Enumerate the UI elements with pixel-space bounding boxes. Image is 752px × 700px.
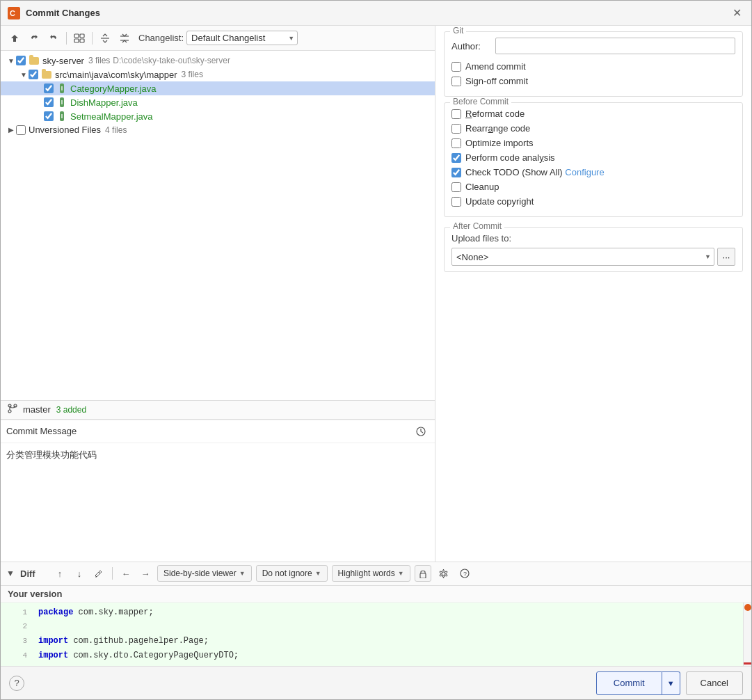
- git-section: Git Author: Amend commit Sign-off commit: [444, 31, 743, 97]
- svg-rect-3: [74, 34, 79, 38]
- signoff-commit-label[interactable]: Sign-off commit: [465, 76, 528, 86]
- cancel-button[interactable]: Cancel: [686, 671, 743, 695]
- highlight-words-dropdown[interactable]: Highlight words ▼: [332, 565, 410, 582]
- check-todo-checkbox[interactable]: [451, 168, 461, 177]
- move-up-button[interactable]: [6, 30, 23, 47]
- upload-row: <None> ···: [451, 248, 735, 266]
- commit-dropdown-button[interactable]: ▼: [662, 671, 680, 695]
- svg-line-15: [99, 572, 100, 573]
- amend-commit-label[interactable]: Amend commit: [465, 61, 526, 72]
- side-by-side-arrow: ▼: [239, 570, 246, 577]
- lock-button[interactable]: [415, 565, 431, 582]
- diff-edit-btn[interactable]: [91, 566, 106, 581]
- changelist-wrapper[interactable]: Default Changelist: [186, 31, 298, 45]
- author-label: Author:: [451, 41, 490, 51]
- skyserver-name: sky-server: [42, 56, 84, 66]
- signoff-commit-checkbox[interactable]: [451, 77, 461, 86]
- update-copyright-label[interactable]: Update copyright: [465, 196, 534, 207]
- rearrange-checkbox[interactable]: [451, 124, 461, 134]
- amend-commit-checkbox[interactable]: [451, 62, 461, 72]
- diff-nav-next[interactable]: →: [138, 566, 153, 581]
- tree-mapper-folder[interactable]: ▼ src\main\java\com\sky\mapper 3 files: [1, 67, 435, 81]
- tree-checkbox-setmealmapper[interactable]: [44, 111, 54, 121]
- upload-select[interactable]: <None>: [451, 248, 714, 266]
- expand-button[interactable]: [97, 30, 113, 47]
- tree-item-categorymapper[interactable]: I CategoryMapper.java: [1, 81, 435, 95]
- app-icon: C: [8, 7, 20, 19]
- commit-button[interactable]: Commit: [596, 671, 662, 695]
- diff-line-1: 1 package com.sky.mapper;: [1, 605, 751, 620]
- close-button[interactable]: ✕: [729, 6, 744, 21]
- rearrange-row: Rearrange code: [451, 123, 735, 134]
- author-row: Author:: [451, 38, 735, 54]
- reformat-checkbox[interactable]: [451, 109, 461, 119]
- tree-arrow-unversioned: ▶: [6, 126, 16, 134]
- line-num-3: 3: [8, 635, 27, 648]
- configure-link[interactable]: Configure: [565, 167, 604, 177]
- tree-checkbox-dishmapper[interactable]: [44, 97, 54, 107]
- code-analysis-checkbox[interactable]: [451, 153, 461, 163]
- side-by-side-viewer-dropdown[interactable]: Side-by-side viewer ▼: [157, 565, 252, 582]
- error-indicator: [744, 604, 751, 611]
- do-not-ignore-dropdown[interactable]: Do not ignore ▼: [256, 565, 328, 582]
- cleanup-checkbox[interactable]: [451, 182, 461, 192]
- branch-icon: [8, 404, 17, 415]
- svg-rect-6: [80, 39, 84, 42]
- upload-dots-button[interactable]: ···: [717, 248, 735, 266]
- commit-message-input[interactable]: 分类管理模块功能代码: [1, 443, 435, 562]
- group-button[interactable]: [71, 30, 88, 47]
- optimize-label[interactable]: Optimize imports: [465, 138, 534, 148]
- settings-button[interactable]: [435, 565, 452, 582]
- added-badge: 3 added: [56, 405, 86, 415]
- svg-point-18: [442, 572, 445, 575]
- history-button[interactable]: [413, 423, 429, 440]
- reformat-label[interactable]: Reformat code: [465, 109, 525, 119]
- do-not-ignore-arrow: ▼: [315, 570, 321, 577]
- before-commit-title: Before Commit: [450, 97, 511, 106]
- changelist-select[interactable]: Default Changelist: [186, 31, 298, 45]
- author-input[interactable]: [495, 38, 735, 54]
- diff-code-area: 1 package com.sky.mapper; 2 3 import com…: [1, 603, 751, 666]
- title-bar-left: C Commit Changes: [8, 7, 100, 19]
- help-button[interactable]: ?: [9, 676, 24, 691]
- tree-checkbox-unversioned[interactable]: [16, 125, 26, 135]
- amend-commit-row: Amend commit: [451, 61, 735, 72]
- tree-root-skyserver[interactable]: ▼ sky-server 3 files D:\code\sky-take-ou…: [1, 54, 435, 67]
- categorymapper-name: CategoryMapper.java: [70, 83, 157, 94]
- tree-item-dishmapper[interactable]: I DishMapper.java: [1, 95, 435, 109]
- signoff-commit-row: Sign-off commit: [451, 76, 735, 86]
- tree-checkbox-categorymapper[interactable]: [44, 83, 54, 93]
- code-analysis-label[interactable]: Perform code analysis: [465, 152, 555, 163]
- mapper-folder-name: src\main\java\com\sky\mapper: [55, 70, 177, 80]
- tree-item-unversioned[interactable]: ▶ Unversioned Files 4 files: [1, 123, 435, 136]
- diff-collapse-arrow[interactable]: ▼: [6, 568, 16, 578]
- svg-text:?: ?: [463, 571, 467, 578]
- main-content: Changelist: Default Changelist ▼: [1, 26, 751, 562]
- diff-nav-down[interactable]: ↓: [72, 566, 87, 581]
- undo-button[interactable]: [26, 30, 42, 47]
- rearrange-label[interactable]: Rearrange code: [465, 123, 530, 134]
- tree-checkbox-skyserver[interactable]: [16, 56, 26, 65]
- tree-item-setmealmapper[interactable]: I SetmealMapper.java: [1, 109, 435, 123]
- after-commit-title: After Commit: [450, 221, 504, 231]
- diff-nav-prev[interactable]: ←: [118, 566, 134, 581]
- diff-viewer: Your version 1 package com.sky.mapper; 2…: [1, 586, 751, 666]
- toolbar-sep-1: [66, 32, 67, 45]
- check-todo-label[interactable]: Check TODO (Show All) Configure: [465, 167, 605, 177]
- optimize-checkbox[interactable]: [451, 138, 461, 148]
- before-commit-section: Before Commit Reformat code Rearrange co…: [444, 102, 743, 217]
- skyserver-meta: 3 files: [88, 56, 110, 65]
- collapse-button[interactable]: [116, 30, 133, 47]
- check-todo-row: Check TODO (Show All) Configure: [451, 167, 735, 177]
- dishmapper-name: DishMapper.java: [70, 97, 138, 108]
- redo-button[interactable]: [45, 30, 62, 47]
- tree-checkbox-mapper[interactable]: [29, 70, 38, 79]
- diff-line-2: 2: [1, 620, 751, 634]
- update-copyright-checkbox[interactable]: [451, 197, 461, 207]
- commit-message-section: Commit Message 分类管理模块功能代码: [1, 420, 435, 562]
- commit-message-header: Commit Message: [1, 420, 435, 443]
- cleanup-label[interactable]: Cleanup: [465, 182, 499, 192]
- diff-nav-up[interactable]: ↑: [52, 566, 67, 581]
- toolbar-sep-2: [92, 32, 93, 45]
- diff-help-button[interactable]: ?: [456, 565, 473, 582]
